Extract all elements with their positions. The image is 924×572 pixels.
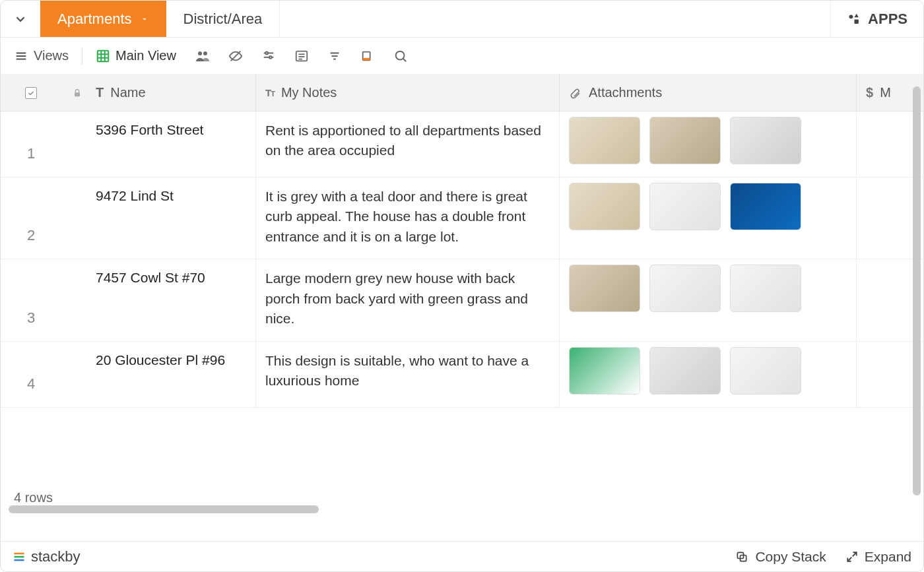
- views-button[interactable]: Views: [14, 48, 69, 63]
- rows-container: 1 5396 Forth Street Rent is apportioned …: [1, 111, 923, 541]
- expand-label: Expand: [865, 549, 911, 565]
- cell-name[interactable]: 5396 Forth Street: [96, 122, 203, 138]
- attachment-thumb[interactable]: [569, 117, 640, 164]
- row-index: 4: [1, 342, 61, 407]
- bottom-bar: stackby Copy Stack Expand: [1, 541, 923, 571]
- column-label: M: [880, 85, 891, 100]
- column-label: My Notes: [281, 85, 337, 100]
- brand-label: stackby: [31, 548, 81, 565]
- row-count-label: 4 rows: [14, 490, 53, 505]
- tab-menu-caret-icon: [140, 15, 149, 24]
- attachment-thumb[interactable]: [569, 347, 640, 395]
- app-window: Apartments District/Area APPS Views: [0, 0, 924, 572]
- tab-label: District/Area: [183, 11, 263, 28]
- stackby-logo-icon: [13, 550, 26, 563]
- data-grid: T Name TT My Notes Attachments $ M 1: [1, 75, 923, 541]
- cell-name[interactable]: 9472 Lind St: [96, 188, 174, 204]
- current-view-button[interactable]: Main View: [96, 48, 176, 63]
- tab-district-area[interactable]: District/Area: [166, 1, 280, 37]
- column-header-name[interactable]: T Name: [93, 75, 255, 111]
- svg-line-32: [847, 557, 851, 561]
- attachment-thumb[interactable]: [730, 183, 801, 230]
- row-index: 2: [1, 177, 61, 259]
- attachment-thumb[interactable]: [649, 183, 721, 230]
- long-text-type-icon: TT: [265, 87, 275, 98]
- cell-notes[interactable]: Rent is apportioned to all departments b…: [265, 121, 547, 161]
- cell-name[interactable]: 7457 Cowl St #70: [96, 270, 205, 286]
- lock-column-header: [61, 75, 93, 111]
- column-header-notes[interactable]: TT My Notes: [255, 75, 559, 111]
- views-label: Views: [34, 48, 69, 63]
- view-name-label: Main View: [116, 48, 176, 63]
- copy-stack-label: Copy Stack: [755, 549, 826, 565]
- table-tab-bar: Apartments District/Area APPS: [1, 1, 923, 38]
- shapes-icon: [847, 12, 861, 26]
- text-type-icon: T: [96, 85, 104, 100]
- svg-point-11: [203, 51, 207, 55]
- divider: [82, 48, 82, 65]
- cell-attachments[interactable]: [569, 183, 801, 230]
- column-label: Attachments: [589, 85, 662, 100]
- attachment-thumb[interactable]: [649, 347, 721, 395]
- svg-rect-1: [855, 19, 859, 23]
- svg-rect-5: [98, 50, 109, 61]
- vertical-scrollbar[interactable]: [913, 86, 921, 495]
- view-toolbar: Views Main View: [1, 38, 923, 75]
- apps-button[interactable]: APPS: [830, 1, 923, 37]
- attachment-thumb[interactable]: [649, 117, 721, 164]
- svg-rect-25: [363, 57, 370, 60]
- brand-logo[interactable]: stackby: [13, 548, 81, 565]
- cell-attachments[interactable]: [569, 265, 801, 312]
- hide-fields-button[interactable]: [226, 47, 245, 65]
- svg-point-16: [269, 56, 272, 59]
- tables-dropdown-toggle[interactable]: [1, 1, 40, 37]
- search-button[interactable]: [391, 47, 410, 65]
- tab-apartments[interactable]: Apartments: [40, 1, 166, 37]
- grid-view-icon: [96, 49, 110, 63]
- attachment-thumb[interactable]: [569, 265, 640, 312]
- attachment-thumb[interactable]: [649, 265, 721, 312]
- cell-notes[interactable]: It is grey with a teal door and there is…: [265, 187, 547, 247]
- collaborators-button[interactable]: [193, 47, 212, 65]
- svg-point-26: [396, 51, 405, 59]
- svg-point-14: [265, 51, 268, 54]
- expand-button[interactable]: Expand: [846, 549, 911, 565]
- row-index: 1: [1, 111, 61, 177]
- sort-button[interactable]: [325, 47, 344, 65]
- tab-label: Apartments: [57, 11, 132, 28]
- hamburger-icon: [14, 49, 28, 63]
- currency-type-icon: $: [866, 85, 873, 100]
- attachment-thumb[interactable]: [730, 265, 801, 312]
- column-header-attachments[interactable]: Attachments: [559, 75, 856, 111]
- group-button[interactable]: [292, 47, 311, 65]
- attachment-thumb[interactable]: [730, 117, 801, 164]
- svg-point-10: [198, 51, 202, 55]
- svg-line-31: [853, 552, 857, 556]
- select-all-checkbox[interactable]: [25, 87, 37, 99]
- column-header-row: T Name TT My Notes Attachments $ M: [1, 75, 923, 111]
- table-row[interactable]: 3 7457 Cowl St #70 Large modern grey new…: [1, 259, 923, 341]
- cell-notes[interactable]: Large modern grey new house with back po…: [265, 269, 547, 329]
- table-row[interactable]: 2 9472 Lind St It is grey with a teal do…: [1, 177, 923, 259]
- cell-name[interactable]: 20 Gloucester Pl #96: [96, 352, 225, 368]
- copy-icon: [735, 550, 748, 563]
- cell-attachments[interactable]: [569, 347, 801, 395]
- table-row[interactable]: 4 20 Gloucester Pl #96 This design is su…: [1, 342, 923, 408]
- cell-notes[interactable]: This design is suitable, who want to hav…: [265, 351, 547, 391]
- attachment-thumb[interactable]: [569, 183, 640, 230]
- cell-attachments[interactable]: [569, 117, 801, 164]
- column-label: Name: [110, 85, 145, 100]
- horizontal-scrollbar[interactable]: [9, 505, 319, 513]
- expand-icon: [846, 551, 858, 563]
- attachment-icon: [569, 86, 581, 100]
- table-row[interactable]: 1 5396 Forth Street Rent is apportioned …: [1, 111, 923, 177]
- apps-label: APPS: [868, 11, 908, 28]
- select-all-cell[interactable]: [1, 75, 61, 111]
- copy-stack-button[interactable]: Copy Stack: [735, 549, 826, 565]
- svg-line-27: [403, 58, 407, 61]
- svg-rect-28: [75, 92, 80, 96]
- row-height-button[interactable]: [358, 47, 377, 65]
- lock-icon: [72, 87, 82, 99]
- attachment-thumb[interactable]: [730, 347, 801, 395]
- filter-settings-button[interactable]: [259, 47, 278, 65]
